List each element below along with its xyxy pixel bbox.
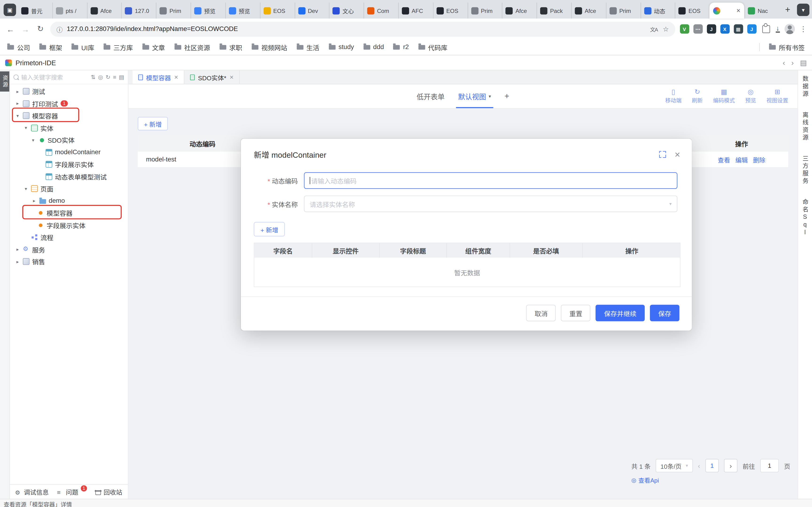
browser-tab[interactable]: Nac ✕ [744,3,779,18]
sidebar-bottom-item[interactable]: 回收站 [95,487,122,496]
bookmark-item[interactable]: 求职 [219,42,242,52]
bookmark-item[interactable]: 社区资源 [174,42,210,52]
right-rail-tab[interactable]: 命名Sql [801,199,809,237]
tab-list-chevron-icon[interactable]: ▾ [797,3,809,16]
new-tab-button[interactable]: + [781,3,794,16]
close-icon[interactable]: ✕ [174,74,178,80]
fullscreen-icon[interactable] [659,151,666,158]
rail-tab-resources[interactable]: 资源 [0,71,9,92]
tree-item[interactable]: modelContainer [10,146,128,158]
bookmark-item[interactable]: 文章 [142,42,165,52]
tree-item[interactable]: demo [10,195,128,207]
tree-arrow-icon[interactable] [23,125,29,130]
tree-item[interactable]: 字段展示实体 [10,219,128,231]
tree-item[interactable]: 服务 [10,243,128,256]
page-size-select[interactable]: 10条/页 ▾ [656,459,693,472]
browser-tab[interactable]: EOS ✕ [675,3,710,18]
tree-item[interactable]: 测试 [10,86,128,98]
right-rail-tab[interactable]: 离线资源 [801,111,809,142]
browser-tab[interactable]: pts / ✕ [52,3,87,18]
browser-tab[interactable]: Afce ✕ [502,3,537,18]
forward-icon[interactable]: → [20,25,31,33]
bookmark-item[interactable]: 公司 [7,42,30,52]
bookmark-item[interactable]: 生活 [297,42,319,52]
browser-menu-icon[interactable]: ⋮ [800,25,807,33]
tree-arrow-icon[interactable] [15,89,20,94]
editor-tab[interactable]: 模型容器 ✕ [133,70,185,84]
history-forward-icon[interactable]: › [791,58,794,67]
tree-item[interactable]: 模型容器 [10,207,128,219]
right-rail-tab[interactable]: 三方服务 [801,155,809,185]
sidebar-tool-icon[interactable]: ≡ [113,74,116,80]
back-icon[interactable]: ← [5,25,15,33]
bookmark-item[interactable]: 框架 [40,42,62,52]
bookmark-item[interactable]: 三方库 [104,42,133,52]
tree-item[interactable]: 流程 [10,231,128,243]
extension-icon[interactable]: J [747,24,756,34]
bookmark-star-icon[interactable]: ☆ [663,25,669,33]
extensions-puzzle-icon[interactable] [762,25,770,33]
dialog-button[interactable]: 保存并继续 [596,305,645,321]
row-action-link[interactable]: 查看 [718,155,730,164]
reload-icon[interactable]: ↻ [35,24,46,34]
sidebar-bottom-item[interactable]: 调试信息 [15,487,49,496]
browser-tab[interactable]: 预览 ✕ [225,3,260,18]
browser-tab[interactable]: Prim ✕ [467,3,502,18]
dialog-button[interactable]: 取消 [526,305,556,321]
tree-item[interactable]: 页面 [10,183,128,195]
browser-tab[interactable]: 预览 ✕ [191,3,225,18]
dialog-button[interactable]: 重置 [561,305,591,321]
bookmark-item[interactable]: study [329,44,354,51]
tab-lowcode-form[interactable]: 低开表单 [417,91,445,101]
bookmark-item[interactable]: 视频网站 [251,42,287,52]
close-icon[interactable]: ✕ [737,8,741,13]
tree-item[interactable]: 动态表单模型测试 [10,170,128,183]
extension-icon[interactable]: X [720,24,729,34]
sidebar-tool-icon[interactable]: ▤ [119,74,124,80]
browser-tab[interactable]: Afce ✕ [87,3,121,18]
browser-tab[interactable]: EOS ✕ [260,3,294,18]
all-bookmarks[interactable]: 所有书签 [769,42,805,52]
tree-arrow-icon[interactable] [15,247,20,252]
dynamic-code-input[interactable]: 请输入动态编码 [304,172,677,189]
bookmark-item[interactable]: r2 [393,44,409,51]
browser-tab[interactable]: EOS ✕ [433,3,467,18]
tree-item[interactable]: 字段展示实体 [10,158,128,170]
profile-avatar[interactable] [784,24,795,34]
tree-item[interactable]: 模型容器 [10,110,128,122]
site-info-icon[interactable]: ⓘ [56,25,62,33]
tree-arrow-icon[interactable] [15,259,20,264]
right-rail-tab[interactable]: 数据源 [801,75,809,98]
tree-arrow-icon[interactable] [23,186,29,191]
browser-tab[interactable]: Prim ✕ [606,3,640,18]
browser-tab[interactable]: Afce ✕ [571,3,606,18]
prev-page-button[interactable]: ‹ [698,462,700,469]
next-page-button[interactable]: › [724,459,737,472]
add-record-button[interactable]: + 新增 [138,117,168,130]
entity-name-select[interactable]: 请选择实体名称 ▾ [304,195,677,212]
browser-tab[interactable]: Com ✕ [364,3,398,18]
downloads-icon[interactable]: ↓ [775,25,780,33]
row-action-link[interactable]: 编辑 [735,155,748,164]
sidebar-bottom-item[interactable]: 问题 1 [57,487,87,496]
close-icon[interactable]: ✕ [674,150,680,158]
view-api-link[interactable]: ◎ 查看Api [631,476,659,484]
translate-icon[interactable]: 文A [650,25,658,33]
tree-item[interactable]: 打印测试 1 [10,97,128,110]
extension-icon[interactable]: ⋯ [693,24,703,34]
sidebar-tool-icon[interactable]: ⇅ [91,74,95,80]
browser-tab[interactable]: 127.0 ✕ [121,3,156,18]
dialog-button[interactable]: 保存 [650,305,679,321]
tree-item[interactable]: 销售 [10,256,128,268]
browser-tab[interactable]: 动态 ✕ [641,3,675,18]
extension-icon[interactable]: J [707,24,716,34]
tree-arrow-icon[interactable] [15,113,20,118]
view-action-button[interactable]: ◎ 预览 [745,89,756,104]
browser-tab[interactable]: Dev ✕ [294,3,329,18]
browser-tab[interactable]: 文心 ✕ [329,3,363,18]
browser-tab[interactable]: AFC ✕ [398,3,433,18]
tree-item[interactable]: 实体 [10,122,128,134]
tree-arrow-icon[interactable] [32,199,37,204]
tree-item[interactable]: SDO实体 [10,134,128,146]
save-layout-icon[interactable]: ▤ [800,58,807,67]
